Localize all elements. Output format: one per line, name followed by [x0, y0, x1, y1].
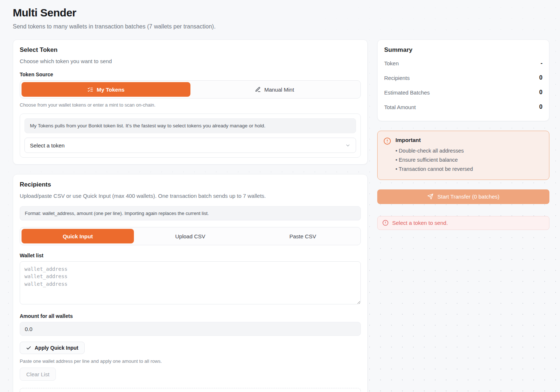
right-column: Summary Token - Recipients 0 Estimated B… [377, 39, 549, 230]
error-message-box: Select a token to send. [377, 216, 549, 230]
tab-upload-csv[interactable]: Upload CSV [134, 229, 246, 243]
summary-card: Summary Token - Recipients 0 Estimated B… [377, 39, 549, 121]
apply-help-text: Paste one wallet address per line and ap… [20, 358, 361, 364]
multi-sender-page: Multi Sender Send tokens to many wallets… [0, 0, 560, 392]
summary-row-token: Token - [384, 56, 542, 70]
tab-paste-csv-label: Paste CSV [289, 233, 316, 239]
error-alert-icon [382, 220, 389, 226]
important-bullet-2: • Ensure sufficient balance [395, 155, 473, 165]
token-select-placeholder: Select a token [30, 142, 65, 149]
token-source-help: Choose from your wallet tokens or enter … [20, 102, 361, 108]
start-transfer-button[interactable]: Start Transfer (0 batches) [377, 189, 549, 204]
recipients-heading: Recipients [20, 181, 361, 188]
recipients-empty-state: No recipients imported yet. [20, 388, 361, 392]
my-tokens-panel: My Tokens pulls from your Bonkit token l… [20, 114, 361, 158]
summary-row-recipients: Recipients 0 [384, 70, 542, 85]
left-column: Select Token Choose which token you want… [13, 39, 368, 392]
important-warning-box: Important • Double-check all addresses •… [377, 131, 549, 180]
tab-manual-mint[interactable]: Manual Mint [190, 82, 359, 97]
important-bullet-3: • Transaction cannot be reversed [395, 165, 473, 174]
summary-recipients-label: Recipients [384, 75, 410, 81]
alert-circle-icon [383, 137, 391, 174]
recipients-card: Recipients Upload/paste CSV or use Quick… [13, 174, 368, 392]
recipients-description: Upload/paste CSV or use Quick Input (max… [20, 193, 361, 199]
error-message-text: Select a token to send. [392, 220, 448, 226]
summary-heading: Summary [384, 46, 542, 54]
tab-paste-csv[interactable]: Paste CSV [247, 229, 359, 243]
important-heading: Important [395, 137, 473, 143]
token-select[interactable]: Select a token [24, 138, 356, 153]
select-token-heading: Select Token [20, 46, 361, 54]
page-title: Multi Sender [13, 7, 549, 19]
start-transfer-label: Start Transfer (0 batches) [437, 193, 499, 200]
wallet-list-textarea[interactable] [20, 261, 361, 304]
summary-recipients-value: 0 [539, 74, 542, 81]
tab-manual-mint-label: Manual Mint [264, 87, 294, 93]
apply-quick-input-button[interactable]: Apply Quick Input [20, 342, 85, 354]
tab-quick-input-label: Quick Input [63, 233, 93, 239]
clear-list-button[interactable]: Clear List [20, 368, 56, 381]
important-content: Important • Double-check all addresses •… [395, 137, 473, 174]
amount-input[interactable] [20, 322, 361, 336]
check-icon [26, 345, 31, 351]
pencil-icon [255, 87, 261, 92]
summary-token-value: - [541, 60, 542, 66]
summary-row-total: Total Amount 0 [384, 100, 542, 114]
token-source-label: Token Source [20, 72, 361, 77]
summary-row-batches: Estimated Batches 0 [384, 85, 542, 100]
summary-batches-value: 0 [539, 89, 542, 96]
summary-batches-label: Estimated Batches [384, 89, 430, 96]
summary-total-value: 0 [539, 104, 542, 110]
amount-label: Amount for all wallets [20, 313, 361, 319]
main-layout: Select Token Choose which token you want… [13, 39, 549, 392]
summary-total-label: Total Amount [384, 104, 416, 110]
send-icon [427, 193, 433, 200]
select-token-description: Choose which token you want to send [20, 58, 361, 64]
tab-my-tokens[interactable]: My Tokens [22, 82, 190, 97]
wallet-list-label: Wallet list [20, 253, 361, 258]
summary-token-label: Token [384, 60, 399, 66]
tab-upload-csv-label: Upload CSV [175, 233, 205, 239]
token-source-tabbar: My Tokens Manual Mint [20, 80, 361, 99]
tab-quick-input[interactable]: Quick Input [22, 229, 134, 243]
page-subtitle: Send tokens to many wallets in transacti… [13, 23, 549, 30]
chevron-down-icon [345, 143, 351, 148]
csv-format-note: Format: wallet_address, amount (one per … [20, 206, 361, 220]
recipients-input-tabbar: Quick Input Upload CSV Paste CSV [20, 227, 361, 245]
tab-my-tokens-label: My Tokens [97, 87, 124, 93]
apply-quick-input-label: Apply Quick Input [35, 345, 78, 351]
important-bullet-1: • Double-check all addresses [395, 146, 473, 155]
select-token-card: Select Token Choose which token you want… [13, 39, 368, 165]
my-tokens-info-note: My Tokens pulls from your Bonkit token l… [24, 118, 356, 133]
list-checks-icon [87, 87, 93, 93]
